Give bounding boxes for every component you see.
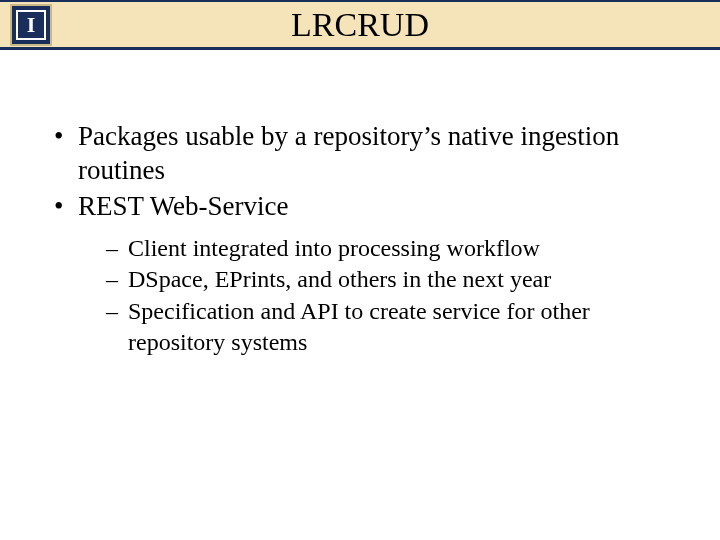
logo-letter-i: I (27, 14, 36, 36)
bullet-item: Packages usable by a repository’s native… (50, 120, 670, 188)
main-bullet-list: Packages usable by a repository’s native… (50, 120, 670, 358)
sub-bullet-item: DSpace, EPrints, and others in the next … (106, 264, 670, 295)
sub-bullet-item: Client integrated into processing workfl… (106, 233, 670, 264)
slide-title: LRCRUD (291, 6, 429, 44)
slide-content: Packages usable by a repository’s native… (0, 50, 720, 358)
header-band: I LRCRUD (0, 0, 720, 50)
sub-bullet-list: Client integrated into processing workfl… (78, 233, 670, 358)
bullet-text: REST Web-Service (78, 191, 289, 221)
university-logo: I (10, 4, 52, 46)
logo-frame: I (16, 10, 46, 40)
sub-bullet-item: Specification and API to create service … (106, 296, 670, 358)
sub-bullet-text: Specification and API to create service … (128, 298, 590, 355)
bullet-item: REST Web-Service Client integrated into … (50, 190, 670, 359)
sub-bullet-text: DSpace, EPrints, and others in the next … (128, 266, 551, 292)
bullet-text: Packages usable by a repository’s native… (78, 121, 619, 185)
sub-bullet-text: Client integrated into processing workfl… (128, 235, 540, 261)
